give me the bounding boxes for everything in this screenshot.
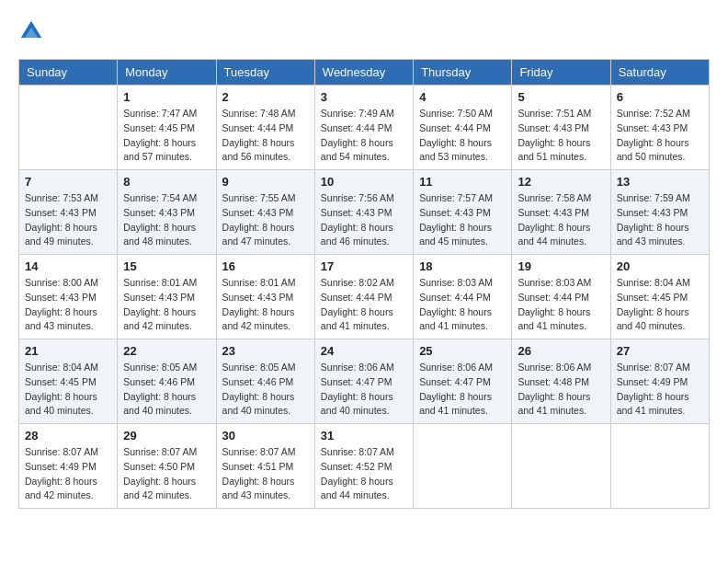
calendar-cell: 9Sunrise: 7:55 AM Sunset: 4:43 PM Daylig… [216, 170, 314, 255]
calendar-cell: 16Sunrise: 8:01 AM Sunset: 4:43 PM Dayli… [216, 255, 314, 339]
day-info: Sunrise: 7:51 AM Sunset: 4:43 PM Dayligh… [518, 107, 604, 165]
day-number: 22 [123, 344, 210, 358]
day-info: Sunrise: 8:06 AM Sunset: 4:47 PM Dayligh… [419, 361, 506, 419]
day-number: 13 [617, 175, 703, 189]
calendar-cell: 27Sunrise: 8:07 AM Sunset: 4:49 PM Dayli… [610, 339, 709, 424]
logo-icon [18, 18, 44, 44]
day-info: Sunrise: 7:55 AM Sunset: 4:43 PM Dayligh… [222, 191, 309, 249]
day-info: Sunrise: 8:06 AM Sunset: 4:47 PM Dayligh… [321, 361, 407, 419]
day-info: Sunrise: 8:03 AM Sunset: 4:44 PM Dayligh… [419, 276, 506, 334]
calendar-cell: 1Sunrise: 7:47 AM Sunset: 4:45 PM Daylig… [118, 86, 216, 170]
day-number: 19 [518, 259, 604, 273]
day-number: 9 [222, 175, 309, 189]
weekday-header: Thursday [414, 60, 512, 86]
calendar-header-row: SundayMondayTuesdayWednesdayThursdayFrid… [19, 60, 710, 86]
calendar-week-row: 28Sunrise: 8:07 AM Sunset: 4:49 PM Dayli… [19, 424, 710, 509]
calendar-week-row: 1Sunrise: 7:47 AM Sunset: 4:45 PM Daylig… [19, 86, 710, 170]
calendar-cell: 21Sunrise: 8:04 AM Sunset: 4:45 PM Dayli… [19, 339, 118, 424]
day-info: Sunrise: 8:07 AM Sunset: 4:49 PM Dayligh… [25, 445, 111, 503]
day-info: Sunrise: 7:54 AM Sunset: 4:43 PM Dayligh… [123, 191, 210, 249]
day-info: Sunrise: 8:06 AM Sunset: 4:48 PM Dayligh… [518, 361, 604, 419]
calendar-cell: 25Sunrise: 8:06 AM Sunset: 4:47 PM Dayli… [414, 339, 512, 424]
day-number: 4 [419, 90, 506, 104]
calendar-cell: 3Sunrise: 7:49 AM Sunset: 4:44 PM Daylig… [314, 86, 413, 170]
day-number: 7 [25, 175, 111, 189]
calendar-cell: 28Sunrise: 8:07 AM Sunset: 4:49 PM Dayli… [19, 424, 118, 509]
calendar-cell: 24Sunrise: 8:06 AM Sunset: 4:47 PM Dayli… [314, 339, 413, 424]
day-number: 27 [617, 344, 703, 358]
day-number: 21 [25, 344, 111, 358]
calendar-cell: 17Sunrise: 8:02 AM Sunset: 4:44 PM Dayli… [314, 255, 413, 339]
day-info: Sunrise: 8:07 AM Sunset: 4:49 PM Dayligh… [617, 361, 703, 419]
day-number: 11 [419, 175, 506, 189]
day-info: Sunrise: 8:07 AM Sunset: 4:51 PM Dayligh… [222, 445, 309, 503]
day-info: Sunrise: 8:07 AM Sunset: 4:50 PM Dayligh… [123, 445, 210, 503]
day-number: 8 [123, 175, 210, 189]
day-info: Sunrise: 8:05 AM Sunset: 4:46 PM Dayligh… [123, 361, 210, 419]
day-info: Sunrise: 8:05 AM Sunset: 4:46 PM Dayligh… [222, 361, 309, 419]
day-number: 15 [123, 259, 210, 273]
calendar-cell: 7Sunrise: 7:53 AM Sunset: 4:43 PM Daylig… [19, 170, 118, 255]
day-number: 3 [321, 90, 407, 104]
day-info: Sunrise: 8:02 AM Sunset: 4:44 PM Dayligh… [321, 276, 407, 334]
day-number: 28 [25, 429, 111, 442]
weekday-header: Sunday [19, 60, 118, 86]
calendar-cell: 15Sunrise: 8:01 AM Sunset: 4:43 PM Dayli… [118, 255, 216, 339]
weekday-header: Saturday [610, 60, 709, 86]
day-number: 24 [321, 344, 407, 358]
day-number: 10 [321, 175, 407, 189]
day-info: Sunrise: 8:07 AM Sunset: 4:52 PM Dayligh… [321, 445, 407, 503]
calendar-cell [19, 86, 118, 170]
calendar-cell: 29Sunrise: 8:07 AM Sunset: 4:50 PM Dayli… [118, 424, 216, 509]
day-info: Sunrise: 8:01 AM Sunset: 4:43 PM Dayligh… [222, 276, 309, 334]
logo [18, 18, 46, 44]
day-info: Sunrise: 8:04 AM Sunset: 4:45 PM Dayligh… [25, 361, 111, 419]
day-info: Sunrise: 8:04 AM Sunset: 4:45 PM Dayligh… [617, 276, 703, 334]
day-info: Sunrise: 7:53 AM Sunset: 4:43 PM Dayligh… [25, 191, 111, 249]
calendar-cell: 12Sunrise: 7:58 AM Sunset: 4:43 PM Dayli… [512, 170, 610, 255]
calendar-cell [414, 424, 512, 509]
calendar-cell: 20Sunrise: 8:04 AM Sunset: 4:45 PM Dayli… [610, 255, 709, 339]
day-info: Sunrise: 7:48 AM Sunset: 4:44 PM Dayligh… [222, 107, 309, 165]
calendar-week-row: 14Sunrise: 8:00 AM Sunset: 4:43 PM Dayli… [19, 255, 710, 339]
day-info: Sunrise: 8:01 AM Sunset: 4:43 PM Dayligh… [123, 276, 210, 334]
day-info: Sunrise: 7:58 AM Sunset: 4:43 PM Dayligh… [518, 191, 604, 249]
page-header [18, 18, 710, 44]
day-info: Sunrise: 7:47 AM Sunset: 4:45 PM Dayligh… [123, 107, 210, 165]
weekday-header: Friday [512, 60, 610, 86]
day-number: 18 [419, 259, 506, 273]
calendar-cell: 2Sunrise: 7:48 AM Sunset: 4:44 PM Daylig… [216, 86, 314, 170]
calendar-cell: 23Sunrise: 8:05 AM Sunset: 4:46 PM Dayli… [216, 339, 314, 424]
calendar-cell: 13Sunrise: 7:59 AM Sunset: 4:43 PM Dayli… [610, 170, 709, 255]
day-info: Sunrise: 7:49 AM Sunset: 4:44 PM Dayligh… [321, 107, 407, 165]
day-info: Sunrise: 7:59 AM Sunset: 4:43 PM Dayligh… [617, 191, 703, 249]
day-number: 14 [25, 259, 111, 273]
day-number: 2 [222, 90, 309, 104]
day-info: Sunrise: 7:56 AM Sunset: 4:43 PM Dayligh… [321, 191, 407, 249]
day-number: 5 [518, 90, 604, 104]
day-number: 16 [222, 259, 309, 273]
day-info: Sunrise: 7:52 AM Sunset: 4:43 PM Dayligh… [617, 107, 703, 165]
calendar-cell: 11Sunrise: 7:57 AM Sunset: 4:43 PM Dayli… [414, 170, 512, 255]
day-number: 25 [419, 344, 506, 358]
day-number: 26 [518, 344, 604, 358]
calendar-cell: 18Sunrise: 8:03 AM Sunset: 4:44 PM Dayli… [414, 255, 512, 339]
day-number: 12 [518, 175, 604, 189]
day-info: Sunrise: 8:03 AM Sunset: 4:44 PM Dayligh… [518, 276, 604, 334]
day-info: Sunrise: 7:57 AM Sunset: 4:43 PM Dayligh… [419, 191, 506, 249]
calendar-week-row: 21Sunrise: 8:04 AM Sunset: 4:45 PM Dayli… [19, 339, 710, 424]
day-number: 17 [321, 259, 407, 273]
calendar-week-row: 7Sunrise: 7:53 AM Sunset: 4:43 PM Daylig… [19, 170, 710, 255]
day-number: 23 [222, 344, 309, 358]
calendar-cell: 5Sunrise: 7:51 AM Sunset: 4:43 PM Daylig… [512, 86, 610, 170]
day-number: 20 [617, 259, 703, 273]
weekday-header: Wednesday [314, 60, 413, 86]
calendar-table: SundayMondayTuesdayWednesdayThursdayFrid… [18, 59, 710, 509]
calendar-cell: 22Sunrise: 8:05 AM Sunset: 4:46 PM Dayli… [118, 339, 216, 424]
weekday-header: Tuesday [216, 60, 314, 86]
day-number: 1 [123, 90, 210, 104]
calendar-cell: 6Sunrise: 7:52 AM Sunset: 4:43 PM Daylig… [610, 86, 709, 170]
calendar-cell: 19Sunrise: 8:03 AM Sunset: 4:44 PM Dayli… [512, 255, 610, 339]
day-info: Sunrise: 7:50 AM Sunset: 4:44 PM Dayligh… [419, 107, 506, 165]
day-number: 29 [123, 429, 210, 442]
